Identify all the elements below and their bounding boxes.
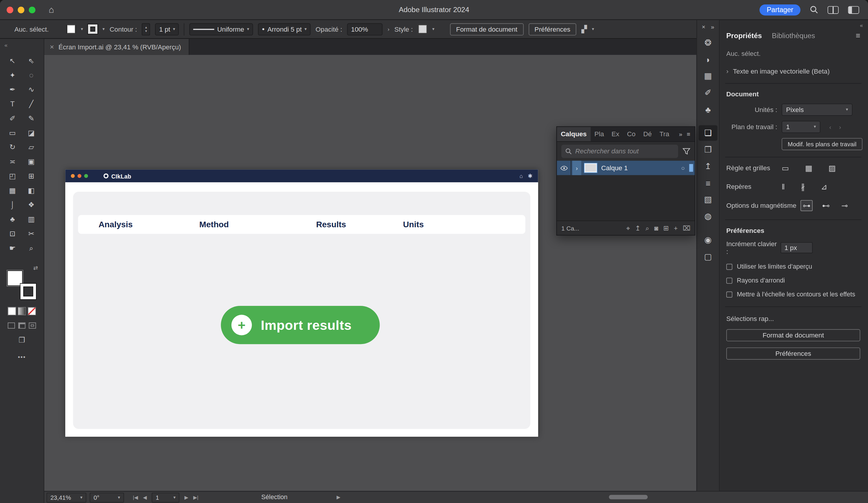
show-transparency-grid-icon[interactable]: ▨ [826, 162, 838, 173]
transparency-icon[interactable]: ◍ [699, 208, 717, 224]
chevron-right-icon[interactable]: › [388, 26, 390, 32]
free-transform-tool[interactable]: ▣ [22, 154, 41, 169]
next-artboard-button[interactable]: ▶ [185, 495, 188, 500]
rectangle-tool[interactable]: ▭ [3, 126, 22, 140]
layer-visibility-toggle[interactable] [557, 161, 571, 175]
magic-wand-tool[interactable]: ✦ [3, 68, 22, 82]
layers-search-input[interactable] [575, 148, 674, 155]
perspective-grid-tool[interactable]: ⊞ [22, 169, 41, 183]
draw-normal-button[interactable] [8, 322, 15, 329]
layers-tab-calques[interactable]: Calques [557, 127, 590, 141]
screen-mode-button[interactable]: ❐ [19, 336, 25, 344]
preference-checkbox[interactable]: Mettre à l’échelle les contours et les e… [726, 290, 860, 299]
zoom-level-dropdown[interactable]: 23,41% ▾ [46, 493, 86, 503]
search-icon[interactable] [810, 6, 818, 14]
checkbox-box[interactable] [726, 291, 733, 297]
layers-tab-co[interactable]: Co [623, 127, 640, 141]
graphic-styles-icon[interactable]: ▢ [699, 249, 717, 264]
shape-builder-tool[interactable]: ◰ [3, 169, 22, 183]
new-sublayer-icon[interactable]: ⊞ [663, 224, 669, 231]
color-panel-icon[interactable]: ❂ [699, 35, 717, 51]
previous-artboard-button[interactable]: ◀ [143, 495, 147, 500]
layers-tab-pla[interactable]: Pla [590, 127, 608, 141]
symbol-sprayer-tool[interactable]: ♣ [3, 212, 22, 226]
gradient-button[interactable] [18, 307, 26, 315]
edit-artboards-button[interactable]: Modif. les plans de travail [782, 138, 863, 150]
properties-icon[interactable]: ≡ [699, 175, 717, 191]
chevron-down-icon[interactable]: ▾ [102, 27, 105, 31]
slice-tool[interactable]: ✂ [22, 227, 41, 241]
close-panel-icon[interactable]: × [702, 23, 705, 30]
show-guides-icon[interactable]: ‖ [779, 181, 787, 192]
eraser-tool[interactable]: ◪ [22, 126, 41, 140]
filter-icon[interactable] [683, 148, 690, 155]
preference-checkbox[interactable]: Rayons d’arrondi [726, 276, 860, 285]
opacity-input[interactable] [351, 25, 379, 33]
rotation-dropdown[interactable]: 0° ▾ [90, 493, 124, 503]
document-setup-button[interactable]: Format de document [450, 23, 524, 35]
panel-menu-icon[interactable]: ≡ [687, 131, 690, 138]
close-tab-icon[interactable]: × [50, 42, 54, 51]
chevron-down-icon[interactable]: ▾ [432, 27, 435, 31]
stroke-swatch[interactable] [20, 284, 36, 299]
smart-guides-icon[interactable]: ⊿ [819, 181, 830, 192]
search-layers-icon[interactable]: ⌕ [645, 224, 649, 231]
layers-tab-ex[interactable]: Ex [608, 127, 623, 141]
beta-feature-row[interactable]: › Texte en image vectorielle (Beta) [726, 68, 860, 76]
swap-fill-stroke-icon[interactable]: ⇄ [33, 265, 38, 271]
zoom-window-button[interactable] [29, 7, 36, 13]
locate-object-icon[interactable]: ⌖ [626, 224, 630, 231]
preference-checkbox[interactable]: Utiliser les limites d’aperçu [726, 262, 860, 271]
units-dropdown[interactable]: Pixels ▾ [782, 104, 852, 116]
blend-tool[interactable]: ❖ [22, 198, 41, 212]
hand-tool[interactable]: ☛ [3, 241, 22, 255]
mesh-tool[interactable]: ▦ [3, 183, 22, 198]
collapse-dock-button[interactable]: ‹‹ [860, 22, 862, 28]
tab-properties[interactable]: Propriétés [726, 31, 762, 40]
chevron-down-icon[interactable]: ▾ [145, 29, 147, 33]
layers-icon[interactable]: ❏ [699, 125, 717, 141]
delete-layer-icon[interactable]: ⌧ [683, 224, 690, 231]
zoom-tool[interactable]: ⌕ [22, 241, 41, 255]
next-artboard-icon[interactable]: › [839, 123, 841, 130]
collapse-toolbar-button[interactable]: ‹‹ [4, 42, 7, 49]
layer-row[interactable]: › Calque 1 ○ [557, 161, 695, 175]
status-menu-icon[interactable]: ▶ [337, 494, 340, 500]
brushes-icon[interactable]: ✐ [699, 85, 717, 100]
close-window-button[interactable] [7, 7, 13, 13]
artboards-icon[interactable]: ❐ [699, 142, 717, 158]
opacity-field[interactable] [347, 23, 383, 35]
panel-menu-icon[interactable]: ≡ [856, 31, 860, 40]
prev-artboard-icon[interactable]: ‹ [829, 123, 831, 130]
eyedropper-tool[interactable]: ⌡ [3, 198, 22, 212]
direct-selection-tool[interactable]: ⇖ [22, 54, 41, 68]
color-guide-icon[interactable]: ◗ [699, 51, 717, 67]
home-icon[interactable]: ⌂ [49, 5, 54, 15]
layers-search-field[interactable] [561, 144, 678, 158]
expand-dock-icon[interactable]: » [711, 23, 714, 30]
draw-inside-button[interactable] [29, 322, 36, 329]
color-button[interactable] [8, 307, 16, 315]
document-tab[interactable]: × Écran Import.ai @ 23,41 % (RVB/Aperçu) [44, 39, 189, 55]
minimize-window-button[interactable] [18, 7, 24, 13]
arrange-documents-icon[interactable]: ▞ [581, 25, 587, 33]
last-artboard-button[interactable]: ▶| [193, 495, 198, 500]
first-artboard-button[interactable]: |◀ [133, 495, 138, 500]
pencil-tool[interactable]: ✎ [22, 111, 41, 125]
type-tool[interactable]: T [3, 97, 22, 111]
draw-behind-button[interactable] [18, 322, 25, 329]
arrange-windows-icon[interactable] [828, 6, 839, 13]
checkbox-box[interactable] [726, 264, 733, 270]
artboard-number-dropdown[interactable]: 1 ▾ [152, 493, 179, 503]
width-tool[interactable]: ≍ [3, 154, 22, 169]
layer-expand-toggle[interactable]: › [572, 161, 581, 175]
gradient-panel-icon[interactable]: ▧ [699, 192, 717, 208]
scale-tool[interactable]: ▱ [22, 140, 41, 154]
chevron-down-icon[interactable]: ▾ [81, 27, 83, 31]
artboard[interactable]: CIkLab ⌂✱ AnalysisMethodResultsUnits + I… [65, 170, 538, 437]
quick-preferences-button[interactable]: Préférences [726, 348, 860, 360]
snap-to-pixel-icon[interactable]: ⊸ [839, 200, 850, 211]
share-button[interactable]: Partager [760, 4, 801, 16]
layer-name[interactable]: Calque 1 [601, 164, 681, 172]
panel-overflow-icon[interactable]: » [679, 131, 682, 138]
